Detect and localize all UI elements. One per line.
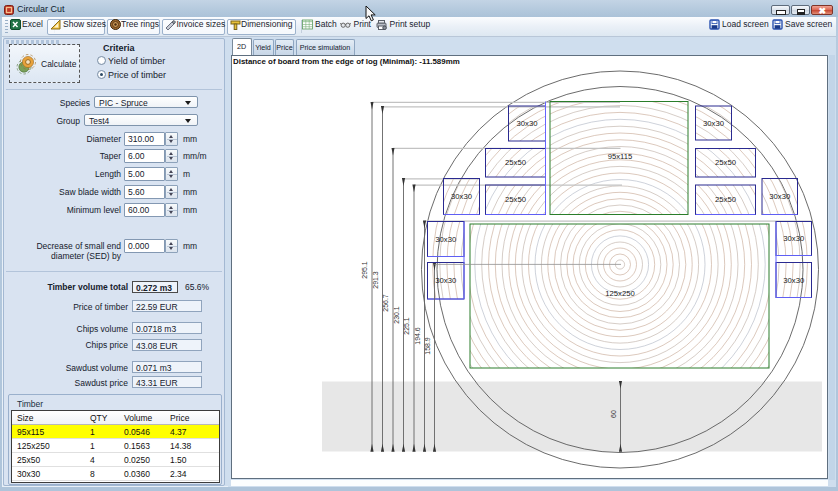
svg-text:30x30: 30x30: [435, 276, 456, 285]
svg-text:30x30: 30x30: [435, 235, 456, 244]
svg-text:256.7: 256.7: [382, 294, 389, 312]
svg-text:125x250: 125x250: [605, 289, 635, 298]
svg-text:60: 60: [610, 410, 617, 418]
svg-text:25x50: 25x50: [715, 195, 736, 204]
svg-text:25x50: 25x50: [715, 158, 736, 167]
svg-text:158.9: 158.9: [424, 337, 431, 355]
svg-text:194.6: 194.6: [414, 327, 421, 345]
svg-text:30x30: 30x30: [769, 192, 790, 201]
svg-text:30x30: 30x30: [451, 192, 472, 201]
svg-text:30x30: 30x30: [783, 234, 804, 243]
svg-text:25x50: 25x50: [505, 195, 526, 204]
svg-text:95x115: 95x115: [608, 152, 633, 161]
svg-text:25x50: 25x50: [505, 158, 526, 167]
svg-text:225.1: 225.1: [403, 317, 410, 335]
svg-text:295.1: 295.1: [361, 261, 368, 279]
svg-text:291.3: 291.3: [372, 271, 379, 289]
svg-text:230.1: 230.1: [393, 306, 400, 324]
svg-text:30x30: 30x30: [783, 276, 804, 285]
svg-text:30x30: 30x30: [703, 119, 724, 128]
svg-text:30x30: 30x30: [517, 119, 538, 128]
